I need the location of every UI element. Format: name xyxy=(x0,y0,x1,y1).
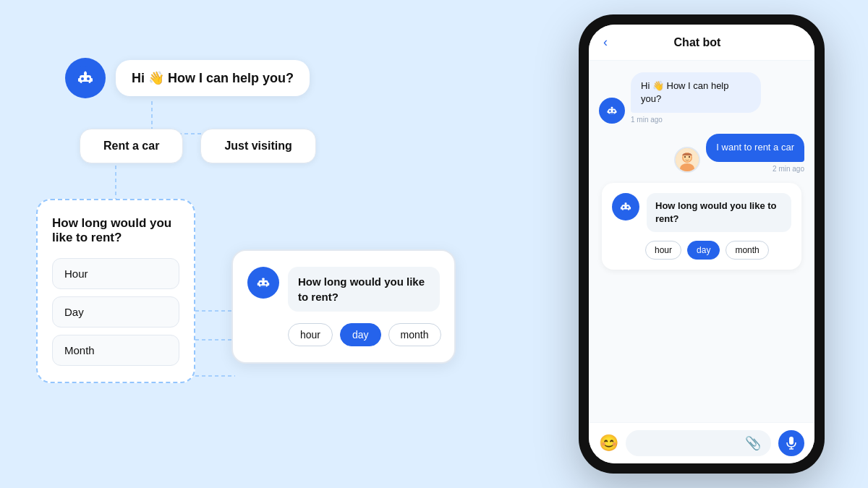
svg-point-29 xyxy=(613,111,615,113)
bot-msg-time-1: 1 min ago xyxy=(631,116,761,124)
svg-rect-32 xyxy=(608,111,609,113)
svg-rect-48 xyxy=(629,207,631,210)
svg-rect-33 xyxy=(616,111,617,113)
svg-rect-25 xyxy=(260,286,266,287)
just-visiting-option[interactable]: Just visiting xyxy=(200,129,315,163)
rent-option-month[interactable]: Month xyxy=(52,335,179,366)
bot-bubble-1: Hi 👋 How I can help you? xyxy=(631,72,761,113)
attachment-icon[interactable]: 📎 xyxy=(745,435,761,451)
rent-option-day[interactable]: Day xyxy=(52,296,179,328)
svg-rect-14 xyxy=(78,78,80,82)
user-bubble-1: I want to rent a car xyxy=(706,134,804,161)
bot-question-card: How long would you like to rent? hour da… xyxy=(602,183,801,270)
svg-point-10 xyxy=(87,77,90,80)
user-message-1: I want to rent a car 2 min ago xyxy=(599,134,804,172)
bot-avatar-greeting xyxy=(65,58,106,98)
chat-preview-box: How long would you like to rent? hour da… xyxy=(231,249,456,364)
svg-rect-24 xyxy=(268,283,269,286)
phone-chip-hour[interactable]: hour xyxy=(645,241,681,260)
svg-point-40 xyxy=(689,155,690,157)
phone-input-bar: 😊 📎 xyxy=(589,422,814,463)
svg-point-19 xyxy=(260,282,262,284)
phone-chip-month[interactable]: month xyxy=(726,241,768,260)
svg-rect-16 xyxy=(82,82,89,83)
svg-point-39 xyxy=(684,155,686,157)
svg-rect-47 xyxy=(621,207,622,210)
phone-messages: Hi 👋 How I can help you? 1 min ago I wan… xyxy=(589,61,814,422)
user-msg-time-1: 2 min ago xyxy=(706,165,804,173)
bot-card-question: How long would you like to rent? xyxy=(647,193,791,232)
chip-day[interactable]: day xyxy=(340,323,381,346)
svg-point-28 xyxy=(609,111,611,113)
bot-msg-text-1: Hi 👋 How I can help you? xyxy=(641,80,751,106)
greeting-text: Hi 👋 How I can help you? xyxy=(132,71,294,85)
phone-title: Chat bot xyxy=(616,36,778,49)
chat-preview-row: How long would you like to rent? xyxy=(247,267,440,312)
bot-card-chips: hour day month xyxy=(612,241,791,260)
svg-point-9 xyxy=(81,77,84,80)
flow-area: Hi 👋 How I can help you? Rent a car Just… xyxy=(22,58,456,463)
svg-point-44 xyxy=(626,206,629,208)
chat-preview-question: How long would you like to rent? xyxy=(288,267,440,312)
greeting-bubble: Hi 👋 How I can help you? xyxy=(116,60,310,96)
phone-screen: ‹ Chat bot xyxy=(589,25,814,463)
user-avatar xyxy=(674,147,700,173)
svg-rect-23 xyxy=(258,283,259,286)
svg-point-20 xyxy=(265,282,267,284)
rent-car-option[interactable]: Rent a car xyxy=(80,129,183,163)
greeting-row: Hi 👋 How I can help you? xyxy=(65,58,310,98)
svg-rect-34 xyxy=(610,114,614,114)
svg-rect-49 xyxy=(623,209,628,210)
phone-header: ‹ Chat bot xyxy=(589,25,814,61)
svg-rect-15 xyxy=(91,78,93,82)
rent-option-hour[interactable]: Hour xyxy=(52,258,179,289)
rent-flow-title: How long would you like to rent? xyxy=(52,216,179,245)
bot-message-1: Hi 👋 How I can help you? 1 min ago xyxy=(599,72,804,124)
back-button[interactable]: ‹ xyxy=(603,35,608,50)
bot-avatar-msg1 xyxy=(599,98,625,124)
bot-avatar-card xyxy=(612,193,639,221)
text-input-field[interactable]: 📎 xyxy=(626,430,771,456)
bot-avatar-preview xyxy=(247,267,279,299)
rent-flow-box: How long would you like to rent? Hour Da… xyxy=(36,199,195,383)
phone-chip-day[interactable]: day xyxy=(687,241,720,260)
svg-point-43 xyxy=(623,206,625,208)
mic-button[interactable] xyxy=(778,430,804,456)
options-row: Rent a car Just visiting xyxy=(80,129,316,163)
svg-point-12 xyxy=(85,72,87,74)
chip-hour[interactable]: hour xyxy=(288,323,333,346)
phone-shell: ‹ Chat bot xyxy=(579,14,825,474)
bot-card-row: How long would you like to rent? xyxy=(612,193,791,232)
user-msg-text-1: I want to rent a car xyxy=(716,141,794,154)
chat-preview-options: hour day month xyxy=(247,323,440,346)
emoji-button[interactable]: 😊 xyxy=(599,434,618,453)
chip-month[interactable]: month xyxy=(388,323,441,346)
svg-rect-50 xyxy=(789,437,793,445)
